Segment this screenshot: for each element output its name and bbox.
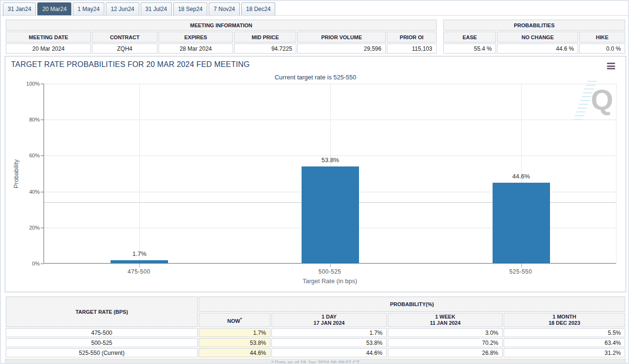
now-asterisk: *: [240, 317, 242, 321]
meeting-information-table: MEETING INFORMATION MEETING DATE CONTRAC…: [5, 19, 438, 55]
x-category-label: 500-525: [282, 268, 378, 275]
hike-header: HIKE: [579, 32, 625, 43]
table-row: 525-550 (Current) 44.6% 44.6% 26.8% 31.2…: [6, 348, 625, 357]
tab-18-sep24[interactable]: 18 Sep24: [173, 2, 207, 15]
x-category-label: 475-500: [91, 268, 187, 275]
one-month-cell: 31.2%: [504, 348, 625, 357]
meeting-information-title: MEETING INFORMATION: [6, 20, 437, 31]
prior-oi-value: 115,103: [387, 44, 437, 54]
meeting-date-value: 20 Mar 2024: [6, 44, 91, 54]
x-gridline: [139, 84, 140, 263]
rate-cell: 475-500: [6, 328, 198, 337]
rate-cell: 500-525: [6, 338, 198, 347]
prior-oi-header: PRIOR OI: [387, 32, 437, 43]
x-category-label: 525-550: [473, 268, 569, 275]
target-rate-chart-panel: TARGET RATE PROBABILITIES FOR 20 MAR 202…: [5, 56, 626, 292]
mid-price-value: 94.7225: [234, 44, 296, 54]
no-change-header: NO CHANGE: [497, 32, 578, 43]
y-tick-label: 100%: [26, 81, 40, 87]
now-cell: 53.8%: [199, 338, 270, 347]
expires-header: EXPIRES: [158, 32, 233, 43]
one-week-header: 1 WEEK11 JAN 2024: [388, 313, 503, 327]
bar-value-label: 1.7%: [101, 250, 178, 257]
now-cell: 1.7%: [199, 328, 270, 337]
one-day-header: 1 DAY17 JAN 2024: [271, 313, 387, 327]
y-tick-label: 0%: [32, 261, 40, 266]
y-axis-tick: [41, 120, 44, 120]
one-day-cell: 53.8%: [271, 338, 387, 347]
plot-area: 0%20%40%60%80%100%1.7%53.8%44.6%: [44, 84, 616, 264]
hike-value: 0.0 %: [579, 44, 625, 54]
y-axis-title: Probability: [12, 150, 20, 198]
y-axis-tick: [41, 192, 44, 192]
x-axis-tick: [521, 264, 522, 267]
y-axis-tick: [41, 264, 44, 264]
tab-12-jun24[interactable]: 12 Jun24: [106, 2, 139, 15]
y-tick-label: 60%: [29, 153, 40, 158]
x-axis-title: Target Rate (in bps): [44, 277, 616, 285]
one-week-cell: 26.8%: [388, 348, 503, 357]
bar-value-label: 53.8%: [292, 156, 369, 164]
chart-subtitle: Current target rate is 525-550: [5, 74, 626, 81]
y-tick-label: 80%: [29, 117, 40, 122]
now-header: NOW*: [199, 313, 270, 327]
expires-value: 28 Mar 2024: [158, 44, 233, 54]
bar-value-label: 44.6%: [483, 173, 560, 180]
one-day-cell: 1.7%: [271, 328, 387, 337]
probability-group-header: PROBABILITY(%): [199, 297, 625, 312]
y-tick-label: 40%: [29, 189, 40, 195]
one-day-cell: 44.6%: [271, 348, 387, 357]
data-asof-footnote: * Data as of 18 Jan 2024 06:49:07 CT: [5, 359, 626, 364]
one-month-header: 1 MONTH18 DEC 2023: [504, 313, 625, 327]
probability-bar[interactable]: [493, 183, 550, 263]
chart-menu-icon[interactable]: [607, 63, 615, 69]
no-change-value: 44.6 %: [497, 44, 578, 54]
x-axis-tick: [139, 264, 140, 267]
now-cell: 44.6%: [199, 348, 270, 357]
tab-18-dec24[interactable]: 18 Dec24: [241, 2, 275, 15]
meeting-date-header: MEETING DATE: [6, 32, 91, 43]
y-axis-tick: [41, 155, 44, 156]
mid-price-header: MID PRICE: [234, 32, 296, 43]
prior-volume-value: 29,596: [297, 44, 385, 54]
tab-1-may24[interactable]: 1 May24: [73, 2, 104, 15]
target-rate-bps-header: TARGET RATE (BPS): [6, 297, 198, 327]
plot-right-border: [616, 84, 617, 263]
probability-bar[interactable]: [302, 166, 359, 263]
one-month-cell: 63.4%: [504, 338, 625, 347]
prior-volume-header: PRIOR VOLUME: [297, 32, 385, 43]
tab-20-mar24[interactable]: 20 Mar24: [37, 2, 71, 15]
probability-bar[interactable]: [111, 260, 168, 263]
chart-title: TARGET RATE PROBABILITIES FOR 20 MAR 202…: [11, 60, 250, 69]
probabilities-title: PROBABILITIES: [443, 20, 625, 31]
probability-history-table: TARGET RATE (BPS) PROBABILITY(%) NOW* 1 …: [5, 296, 626, 358]
one-week-cell: 3.0%: [388, 328, 503, 337]
tab-31-jan24[interactable]: 31 Jan24: [3, 2, 36, 15]
ease-value: 55.4 %: [443, 44, 496, 54]
table-row: 475-500 1.7% 1.7% 3.0% 5.5%: [6, 328, 625, 337]
y-axis-tick: [41, 228, 44, 228]
rate-cell: 525-550 (Current): [6, 348, 198, 357]
tab-31-jul24[interactable]: 31 Jul24: [141, 2, 172, 15]
ease-header: EASE: [443, 32, 496, 43]
probabilities-table: PROBABILITIES EASE NO CHANGE HIKE 55.4 %…: [442, 19, 626, 55]
y-tick-label: 20%: [29, 225, 40, 231]
probability-history-section: TARGET RATE (BPS) PROBABILITY(%) NOW* 1 …: [5, 296, 626, 364]
one-month-cell: 5.5%: [504, 328, 625, 337]
meeting-date-tabs: 31 Jan24 20 Mar24 1 May24 12 Jun24 31 Ju…: [1, 1, 628, 16]
table-row: 500-525 53.8% 53.8% 70.2% 63.4%: [6, 338, 625, 347]
y-axis-tick: [41, 84, 44, 84]
top-summary-row: MEETING INFORMATION MEETING DATE CONTRAC…: [5, 19, 626, 55]
one-week-cell: 70.2%: [388, 338, 503, 347]
contract-header: CONTRACT: [92, 32, 157, 43]
contract-value: ZQH4: [92, 44, 157, 54]
tab-7-nov24[interactable]: 7 Nov24: [209, 2, 240, 15]
x-axis-tick: [330, 264, 331, 267]
fedwatch-page: 31 Jan24 20 Mar24 1 May24 12 Jun24 31 Ju…: [0, 0, 629, 364]
